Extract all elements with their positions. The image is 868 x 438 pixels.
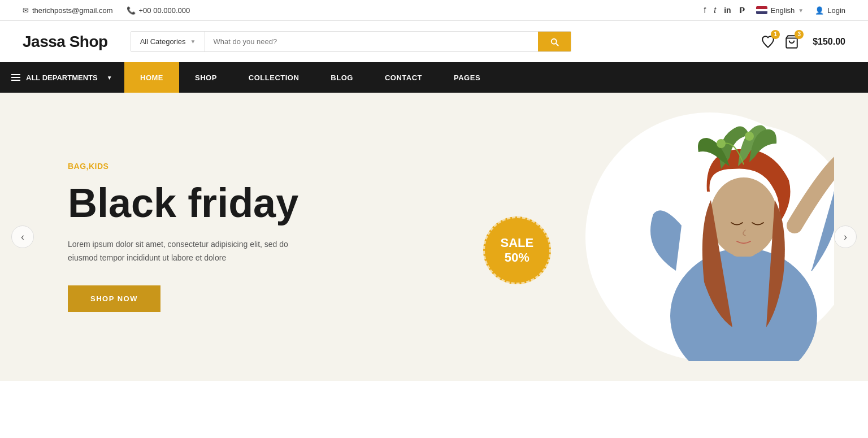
- cart-price: $150.00: [813, 37, 845, 47]
- search-bar: All Categories ▼: [131, 31, 571, 52]
- header-right: 1 3 $150.00: [761, 34, 845, 49]
- phone-icon: 📞: [127, 6, 136, 15]
- linkedin-icon[interactable]: in: [724, 6, 731, 15]
- search-input[interactable]: [205, 32, 537, 51]
- user-icon: 👤: [815, 6, 824, 15]
- hero-prev-button[interactable]: ‹: [11, 225, 34, 248]
- hero-next-button[interactable]: ›: [834, 225, 857, 248]
- phone-number: +00 00.000.000: [139, 6, 190, 15]
- email-address: therichposts@gmail.com: [32, 6, 113, 15]
- twitter-icon[interactable]: t: [714, 6, 716, 15]
- facebook-icon[interactable]: f: [704, 6, 706, 15]
- header: Jassa Shop All Categories ▼ 1 3: [0, 21, 868, 62]
- hamburger-icon: [11, 74, 20, 81]
- search-button[interactable]: [538, 32, 571, 51]
- category-label: All Categories: [140, 37, 186, 46]
- language-label: English: [771, 6, 795, 15]
- sale-badge: SALE 50%: [483, 216, 551, 284]
- top-bar-left: ✉ therichposts@gmail.com 📞 +00 00.000.00…: [23, 6, 190, 15]
- all-departments-menu[interactable]: ALL DEPARTMENTS ▼: [0, 62, 124, 93]
- wishlist-badge: 1: [771, 30, 780, 39]
- nav-collection[interactable]: COLLECTION: [233, 62, 315, 93]
- nav-contact[interactable]: CONTACT: [369, 62, 438, 93]
- pinterest-icon[interactable]: 𝗣: [739, 6, 745, 15]
- email-icon: ✉: [23, 6, 29, 15]
- language-selector[interactable]: English ▼: [756, 6, 804, 15]
- flag-icon: [756, 6, 767, 14]
- login-button[interactable]: 👤 Login: [815, 6, 845, 15]
- search-icon: [549, 37, 559, 47]
- departments-label: ALL DEPARTMENTS: [26, 73, 98, 82]
- svg-point-6: [717, 139, 726, 148]
- nav-home[interactable]: HOME: [124, 62, 179, 93]
- chevron-down-icon: ▼: [107, 75, 112, 81]
- top-bar-right: f t in 𝗣 English ▼ 👤 Login: [704, 6, 845, 15]
- logo[interactable]: Jassa Shop: [23, 33, 108, 51]
- phone-contact: 📞 +00 00.000.000: [127, 6, 190, 15]
- nav-items: HOME SHOP COLLECTION BLOG CONTACT PAGES: [124, 62, 868, 93]
- sale-text: SALE: [500, 236, 533, 250]
- hero-image-area: SALE 50%: [478, 93, 868, 381]
- navigation: ALL DEPARTMENTS ▼ HOME SHOP COLLECTION B…: [0, 62, 868, 93]
- hero-section: ‹ BAG,KIDS Black friday Lorem ipsum dolo…: [0, 93, 868, 381]
- nav-shop[interactable]: SHOP: [179, 62, 233, 93]
- sale-percentage: 50%: [505, 250, 530, 265]
- nav-blog[interactable]: BLOG: [315, 62, 369, 93]
- category-dropdown[interactable]: All Categories ▼: [131, 32, 206, 51]
- chevron-down-icon: ▼: [190, 38, 196, 45]
- social-icons: f t in 𝗣: [704, 6, 744, 15]
- hero-tag: BAG,KIDS: [68, 162, 410, 171]
- cart-badge: 3: [795, 30, 804, 39]
- hero-title: Black friday: [68, 181, 410, 225]
- cart-button[interactable]: 3: [784, 34, 799, 49]
- hero-illustration: [585, 112, 834, 361]
- wishlist-button[interactable]: 1: [761, 34, 775, 49]
- top-bar: ✉ therichposts@gmail.com 📞 +00 00.000.00…: [0, 0, 868, 21]
- hero-content: BAG,KIDS Black friday Lorem ipsum dolor …: [0, 128, 478, 346]
- email-contact: ✉ therichposts@gmail.com: [23, 6, 113, 15]
- svg-point-5: [710, 177, 778, 257]
- login-label: Login: [827, 6, 845, 15]
- chevron-down-icon: ▼: [798, 7, 804, 14]
- svg-point-7: [745, 132, 754, 141]
- shop-now-button[interactable]: SHOP NOW: [68, 285, 160, 312]
- hero-description: Lorem ipsum dolor sit amet, consectetur …: [68, 238, 305, 265]
- nav-pages[interactable]: PAGES: [438, 62, 496, 93]
